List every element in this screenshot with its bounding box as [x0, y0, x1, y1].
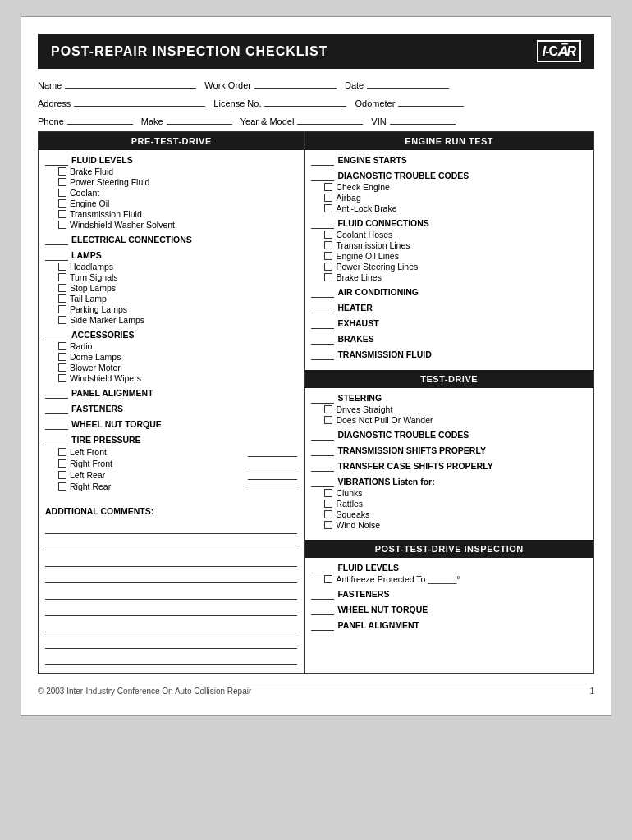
heater-row: HEATER	[311, 303, 587, 313]
checkbox-right-rear[interactable]	[58, 482, 66, 491]
checkbox-power-steering[interactable]	[58, 178, 66, 186]
checkbox-left-rear[interactable]	[58, 471, 66, 479]
steering-blank[interactable]	[311, 393, 334, 404]
checkbox-wipers[interactable]	[58, 374, 66, 382]
footer-copyright: © 2003 Inter-Industry Conference On Auto…	[38, 687, 251, 696]
date-input[interactable]	[367, 77, 449, 89]
list-item: Coolant	[58, 188, 297, 198]
lamps-blank[interactable]	[45, 250, 68, 261]
right-rear-input[interactable]	[248, 481, 297, 491]
fluid-levels-post-label: FLUID LEVELS	[337, 563, 399, 573]
checkbox-radio[interactable]	[58, 342, 66, 350]
checkbox-wind-noise[interactable]	[324, 521, 332, 529]
checkbox-washer-solvent[interactable]	[58, 221, 66, 229]
fasteners-blank[interactable]	[45, 404, 68, 414]
fluid-levels-label: FLUID LEVELS	[71, 155, 133, 165]
name-input[interactable]	[65, 77, 196, 89]
dtc-engine-blank[interactable]	[311, 171, 334, 181]
pre-test-drive-content: FLUID LEVELS Brake Fluid Power Steering …	[39, 150, 304, 501]
checkbox-side-marker[interactable]	[58, 316, 66, 324]
checkbox-parking-lamps[interactable]	[58, 305, 66, 313]
checkbox-abs[interactable]	[324, 204, 332, 212]
brakes-blank[interactable]	[311, 334, 334, 345]
fluid-connections-subitems: Coolant Hoses Transmission Lines Engine …	[311, 230, 587, 282]
checkbox-brake-fluid[interactable]	[58, 167, 66, 176]
trans-fluid-run-blank[interactable]	[311, 349, 334, 360]
checkbox-rattles[interactable]	[324, 500, 332, 508]
year-model-input[interactable]	[297, 113, 363, 125]
checkbox-coolant[interactable]	[58, 189, 66, 197]
comment-line-6[interactable]	[45, 603, 297, 616]
dtc-test-blank[interactable]	[311, 430, 334, 441]
fasteners-post-blank[interactable]	[311, 589, 334, 600]
left-front-input[interactable]	[248, 446, 297, 457]
address-input[interactable]	[74, 95, 205, 107]
comment-line-2[interactable]	[45, 537, 297, 550]
panel-alignment-post-blank[interactable]	[311, 620, 334, 631]
electrical-blank[interactable]	[45, 235, 68, 245]
checkbox-trans-lines[interactable]	[324, 241, 332, 249]
phone-input[interactable]	[67, 113, 133, 125]
odometer-input[interactable]	[398, 95, 464, 107]
fluid-connections-blank[interactable]	[311, 218, 334, 229]
checkbox-dome-lamps[interactable]	[58, 353, 66, 361]
fasteners-block: FASTENERS	[45, 404, 297, 414]
panel-alignment-blank[interactable]	[45, 388, 68, 399]
checkbox-airbag[interactable]	[324, 194, 332, 202]
comment-line-3[interactable]	[45, 554, 297, 567]
accessories-subitems: Radio Dome Lamps Blower Motor Windshield…	[45, 341, 297, 383]
panel-alignment-post-block: PANEL ALIGNMENT	[311, 620, 587, 631]
wheel-nut-post-label: WHEEL NUT TORQUE	[337, 605, 428, 614]
fluid-levels-blank[interactable]	[45, 155, 68, 166]
checkbox-blower-motor[interactable]	[58, 363, 66, 372]
right-front-input[interactable]	[248, 458, 297, 468]
checkbox-engine-oil-lines[interactable]	[324, 252, 332, 260]
list-item: Airbag	[324, 193, 587, 203]
comment-line-5[interactable]	[45, 587, 297, 600]
checkbox-trans-fluid[interactable]	[58, 210, 66, 218]
checkbox-check-engine[interactable]	[324, 183, 332, 191]
date-label: Date	[345, 80, 364, 90]
vibrations-block: VIBRATIONS Listen for: Clunks Rattles Sq…	[311, 477, 587, 530]
comment-line-7[interactable]	[45, 619, 297, 632]
list-item: Engine Oil Lines	[324, 251, 587, 261]
ac-blank[interactable]	[311, 287, 334, 298]
comment-line-9[interactable]	[45, 652, 297, 665]
checkbox-antifreeze[interactable]	[324, 575, 332, 583]
engine-starts-blank[interactable]	[311, 155, 334, 166]
checkbox-brake-lines[interactable]	[324, 273, 332, 281]
left-rear-input[interactable]	[248, 469, 297, 480]
fluid-levels-post-blank[interactable]	[311, 563, 334, 573]
checkbox-engine-oil[interactable]	[58, 199, 66, 208]
checkbox-coolant-hoses[interactable]	[324, 231, 332, 239]
checkbox-drives-straight[interactable]	[324, 405, 332, 413]
heater-blank[interactable]	[311, 303, 334, 313]
checkbox-turn-signals[interactable]	[58, 273, 66, 281]
checkbox-right-front[interactable]	[58, 459, 66, 468]
comment-line-1[interactable]	[45, 521, 297, 534]
checkbox-stop-lamps[interactable]	[58, 284, 66, 292]
comment-line-8[interactable]	[45, 636, 297, 649]
checkbox-headlamps[interactable]	[58, 262, 66, 271]
comment-line-4[interactable]	[45, 570, 297, 583]
work-order-label: Work Order	[204, 80, 251, 90]
checkbox-tail-lamp[interactable]	[58, 294, 66, 303]
work-order-input[interactable]	[254, 77, 337, 89]
vin-input[interactable]	[390, 113, 456, 125]
trans-shifts-blank[interactable]	[311, 445, 334, 456]
accessories-blank[interactable]	[45, 330, 68, 340]
checkbox-no-pull[interactable]	[324, 416, 332, 424]
checkbox-left-front[interactable]	[58, 448, 66, 456]
make-input[interactable]	[167, 113, 232, 125]
checkbox-clunks[interactable]	[324, 489, 332, 497]
transfer-case-blank[interactable]	[311, 461, 334, 472]
checkbox-ps-lines[interactable]	[324, 262, 332, 271]
wheel-nut-blank[interactable]	[45, 419, 68, 430]
post-test-drive-content: FLUID LEVELS Antifreeze Protected To ___…	[305, 558, 593, 641]
wheel-nut-post-blank[interactable]	[311, 605, 334, 615]
tire-pressure-blank[interactable]	[45, 435, 68, 445]
vibrations-blank[interactable]	[311, 477, 334, 487]
exhaust-blank[interactable]	[311, 318, 334, 329]
license-input[interactable]	[264, 95, 346, 107]
checkbox-squeaks[interactable]	[324, 510, 332, 518]
